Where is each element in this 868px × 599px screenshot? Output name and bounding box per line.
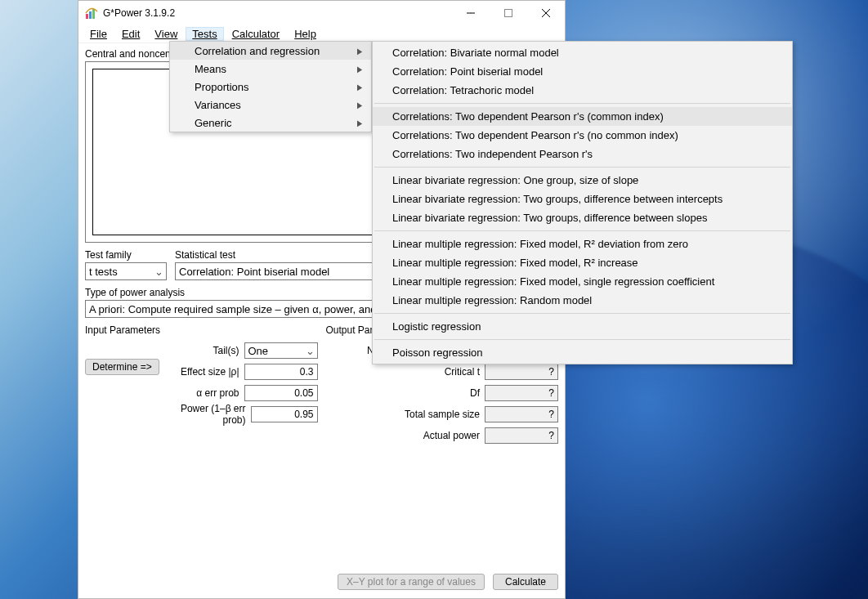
chevron-right-icon: ▶ [357,83,362,92]
menu-separator [374,230,790,231]
stat-test-value: Correlation: Point biserial model [179,266,329,278]
svg-rect-2 [92,9,95,19]
calculate-button[interactable]: Calculate [493,574,558,590]
tails-select[interactable]: One ⌄ [244,342,318,359]
svg-rect-1 [89,11,92,19]
menu-calculator[interactable]: Calculator [226,27,287,41]
test-family-value: t tests [89,266,118,278]
submenu-item[interactable]: Linear bivariate regression: One group, … [373,171,792,190]
critical-t-output: ? [485,364,558,380]
submenu-item[interactable]: Linear multiple regression: Fixed model,… [373,235,792,253]
menu-tests[interactable]: Tests [186,27,223,41]
sample-size-label: Total sample size [405,409,480,420]
menu-separator [374,103,790,104]
effect-size-label: Effect size |ρ| [181,366,239,378]
menu-help[interactable]: Help [288,27,323,41]
submenu-item[interactable]: Correlations: Two dependent Pearson r's … [373,126,792,145]
effect-size-input[interactable]: 0.3 [244,364,318,380]
submenu-item[interactable]: Correlation: Tetrachoric model [373,81,792,100]
chevron-right-icon: ▶ [357,65,362,74]
tests-menu-item[interactable]: Means▶ [170,60,371,78]
tails-label: Tail(s) [213,345,239,356]
power-label: Power (1–β err prob) [164,403,246,426]
input-parameters: Input Parameters Determine => Tail(s) On… [85,324,318,570]
critical-t-label: Critical t [445,366,480,378]
alpha-input[interactable]: 0.05 [244,385,318,401]
menu-view[interactable]: View [148,27,184,41]
sample-size-output: ? [485,406,558,422]
input-heading: Input Parameters [85,324,318,336]
maximize-button[interactable] [490,1,527,25]
submenu-item[interactable]: Correlations: Two dependent Pearson r's … [373,107,792,126]
svg-rect-4 [505,10,512,17]
tests-menu-item[interactable]: Correlation and regression▶ [170,42,371,60]
submenu-item[interactable]: Linear bivariate regression: Two groups,… [373,190,792,208]
tests-menu-item[interactable]: Variances▶ [170,96,371,114]
menu-file[interactable]: File [83,27,114,41]
df-label: Df [470,387,480,399]
test-family-label: Test family [85,249,167,261]
power-input[interactable]: 0.95 [251,406,318,422]
determine-button[interactable]: Determine => [85,359,159,375]
close-button[interactable] [527,1,565,25]
xy-plot-button[interactable]: X–Y plot for a range of values [338,574,485,590]
submenu-item[interactable]: Linear multiple regression: Random model [373,291,792,310]
titlebar: G*Power 3.1.9.2 [78,1,565,25]
submenu-item[interactable]: Logistic regression [373,317,792,336]
tests-menu-item[interactable]: Proportions▶ [170,78,371,96]
menu-separator [374,313,790,314]
submenu-item[interactable]: Linear bivariate regression: Two groups,… [373,208,792,227]
chevron-right-icon: ▶ [357,118,362,127]
tails-value: One [248,345,269,357]
submenu-item[interactable]: Linear multiple regression: Fixed model,… [373,272,792,291]
submenu-item[interactable]: Correlation: Point biserial model [373,62,792,81]
submenu-item[interactable]: Linear multiple regression: Fixed model,… [373,253,792,272]
chevron-down-icon: ⌄ [306,345,314,357]
chevron-right-icon: ▶ [357,101,362,110]
window-title: G*Power 3.1.9.2 [103,7,452,19]
actual-power-output: ? [485,427,558,444]
app-icon [85,7,98,20]
df-output: ? [485,385,558,401]
submenu-item[interactable]: Correlations: Two independent Pearson r'… [373,145,792,163]
minimize-button[interactable] [452,1,490,25]
chevron-down-icon: ⌄ [154,266,163,278]
tests-menu-flyout: Correlation and regression▶ Means▶ Propo… [169,41,372,132]
tests-menu-item[interactable]: Generic▶ [170,114,371,132]
test-family-select[interactable]: t tests ⌄ [85,262,167,280]
menu-separator [374,339,790,340]
svg-rect-0 [86,14,88,19]
menu-edit[interactable]: Edit [115,27,146,41]
submenu-item[interactable]: Correlation: Bivariate normal model [373,43,792,62]
menu-separator [374,167,790,168]
actual-power-label: Actual power [423,430,480,441]
alpha-label: α err prob [196,387,239,399]
submenu-item[interactable]: Poisson regression [373,343,792,362]
correlation-regression-submenu: Correlation: Bivariate normal model Corr… [372,41,793,364]
chevron-right-icon: ▶ [357,47,362,56]
